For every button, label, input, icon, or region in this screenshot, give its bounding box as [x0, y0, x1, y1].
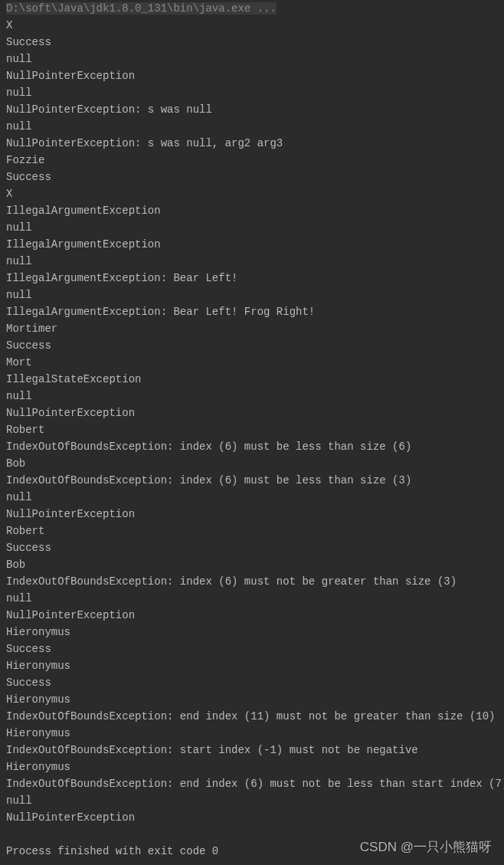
output-line: Hieronymus — [6, 691, 498, 708]
output-line: Hieronymus — [6, 725, 498, 742]
output-line: Mort — [6, 354, 498, 371]
output-line: Fozzie — [6, 152, 498, 169]
output-line: Success — [6, 34, 498, 51]
output-line: IndexOutOfBoundsException: index (6) mus… — [6, 573, 498, 590]
command-line-row: D:\soft\Java\jdk1.8.0_131\bin\java.exe .… — [6, 0, 498, 17]
output-line: IllegalStateException — [6, 371, 498, 388]
output-lines-container: XSuccessnullNullPointerExceptionnullNull… — [6, 17, 498, 826]
output-line: IndexOutOfBoundsException: start index (… — [6, 742, 498, 759]
output-line: Bob — [6, 556, 498, 573]
output-line: X — [6, 185, 498, 202]
command-path: D:\soft\Java\jdk1.8.0_131\bin\java.exe .… — [6, 2, 277, 15]
output-line: null — [6, 489, 498, 506]
output-line: X — [6, 17, 498, 34]
output-line: IllegalArgumentException — [6, 202, 498, 219]
output-line: Robert — [6, 421, 498, 438]
output-line: IllegalArgumentException — [6, 236, 498, 253]
output-line: Success — [6, 539, 498, 556]
output-line: null — [6, 253, 498, 270]
output-line: Success — [6, 674, 498, 691]
output-line: null — [6, 792, 498, 809]
output-line: Success — [6, 641, 498, 657]
output-line: null — [6, 84, 498, 101]
output-line: Hieronymus — [6, 624, 498, 641]
output-line: IndexOutOfBoundsException: end index (6)… — [6, 775, 498, 792]
output-line: NullPointerException: s was null, arg2 a… — [6, 135, 498, 152]
output-line: Robert — [6, 523, 498, 539]
output-line: Success — [6, 337, 498, 354]
output-line: IndexOutOfBoundsException: end index (11… — [6, 708, 498, 725]
output-line: Mortimer — [6, 320, 498, 337]
output-line: Hieronymus — [6, 657, 498, 674]
output-line: NullPointerException — [6, 405, 498, 421]
output-line: null — [6, 219, 498, 236]
watermark: CSDN @一只小熊猫呀 — [360, 839, 492, 856]
output-line: null — [6, 118, 498, 135]
output-line: NullPointerException — [6, 607, 498, 624]
output-line: IllegalArgumentException: Bear Left! Fro… — [6, 303, 498, 320]
output-line: NullPointerException: s was null — [6, 101, 498, 118]
output-line: IndexOutOfBoundsException: index (6) mus… — [6, 472, 498, 489]
console-output[interactable]: D:\soft\Java\jdk1.8.0_131\bin\java.exe .… — [0, 0, 504, 860]
output-line: null — [6, 388, 498, 405]
output-line: null — [6, 51, 498, 67]
output-line: NullPointerException — [6, 506, 498, 523]
output-line: IllegalArgumentException: Bear Left! — [6, 270, 498, 287]
output-line: null — [6, 590, 498, 607]
output-line: NullPointerException — [6, 809, 498, 826]
output-line: IndexOutOfBoundsException: index (6) mus… — [6, 438, 498, 455]
output-line: null — [6, 287, 498, 303]
output-line: Hieronymus — [6, 759, 498, 775]
output-line: Bob — [6, 455, 498, 472]
output-line: Success — [6, 169, 498, 185]
output-line: NullPointerException — [6, 67, 498, 84]
